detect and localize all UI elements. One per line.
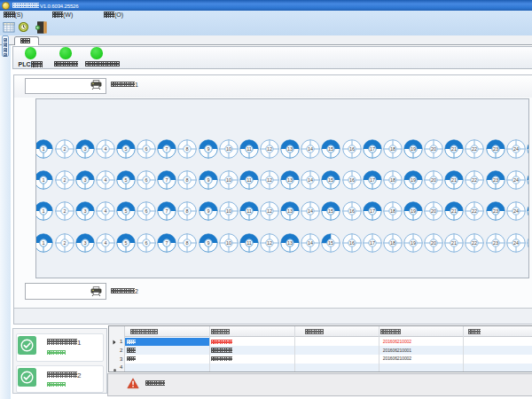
svg-text:12: 12 bbox=[267, 208, 272, 214]
svg-text:5: 5 bbox=[124, 240, 127, 246]
svg-text:7: 7 bbox=[166, 208, 168, 214]
svg-text:15: 15 bbox=[328, 240, 333, 246]
svg-text:18: 18 bbox=[390, 177, 395, 183]
svg-text:11: 11 bbox=[246, 177, 252, 183]
svg-text:8: 8 bbox=[186, 208, 189, 214]
svg-text:15: 15 bbox=[328, 177, 333, 183]
svg-text:22: 22 bbox=[472, 208, 477, 214]
svg-text:3: 3 bbox=[83, 177, 86, 183]
svg-text:6: 6 bbox=[145, 240, 148, 246]
svg-text:21: 21 bbox=[451, 240, 457, 246]
svg-text:20: 20 bbox=[431, 208, 436, 214]
svg-text:22: 22 bbox=[472, 146, 477, 152]
svg-text:17: 17 bbox=[370, 146, 375, 152]
svg-text:9: 9 bbox=[207, 177, 209, 183]
svg-text:19: 19 bbox=[411, 240, 416, 246]
svg-text:16: 16 bbox=[348, 177, 354, 183]
svg-text:11: 11 bbox=[246, 240, 252, 246]
svg-text:17: 17 bbox=[370, 208, 375, 214]
svg-text:5: 5 bbox=[124, 208, 127, 214]
svg-text:9: 9 bbox=[207, 240, 209, 246]
svg-text:1: 1 bbox=[43, 146, 45, 152]
svg-text:10: 10 bbox=[226, 177, 231, 183]
svg-text:24: 24 bbox=[513, 177, 519, 183]
svg-text:2: 2 bbox=[63, 240, 66, 246]
svg-text:24: 24 bbox=[513, 146, 519, 152]
svg-text:8: 8 bbox=[186, 240, 189, 246]
svg-text:20: 20 bbox=[431, 146, 436, 152]
svg-text:14: 14 bbox=[308, 146, 313, 152]
svg-text:7: 7 bbox=[166, 240, 168, 246]
svg-text:22: 22 bbox=[472, 177, 477, 183]
svg-text:16: 16 bbox=[348, 208, 354, 214]
svg-text:11: 11 bbox=[246, 208, 252, 214]
svg-text:20: 20 bbox=[431, 177, 436, 183]
svg-text:21: 21 bbox=[451, 208, 457, 214]
svg-text:13: 13 bbox=[287, 177, 293, 183]
svg-text:14: 14 bbox=[308, 177, 313, 183]
svg-text:10: 10 bbox=[226, 208, 231, 214]
svg-text:5: 5 bbox=[124, 177, 127, 183]
svg-text:4: 4 bbox=[104, 146, 106, 152]
svg-text:14: 14 bbox=[308, 240, 313, 246]
svg-text:11: 11 bbox=[246, 146, 252, 152]
svg-text:22: 22 bbox=[472, 240, 477, 246]
svg-text:16: 16 bbox=[348, 240, 354, 246]
svg-text:12: 12 bbox=[267, 177, 272, 183]
svg-text:20: 20 bbox=[431, 240, 436, 246]
svg-text:5: 5 bbox=[124, 146, 127, 152]
svg-text:21: 21 bbox=[451, 177, 457, 183]
svg-text:13: 13 bbox=[287, 208, 293, 214]
svg-text:15: 15 bbox=[328, 146, 333, 152]
svg-text:23: 23 bbox=[492, 208, 497, 214]
svg-text:1: 1 bbox=[43, 177, 45, 183]
svg-text:14: 14 bbox=[308, 208, 313, 214]
svg-text:21: 21 bbox=[451, 146, 457, 152]
svg-text:8: 8 bbox=[186, 177, 189, 183]
svg-text:15: 15 bbox=[328, 208, 333, 214]
svg-text:7: 7 bbox=[166, 177, 168, 183]
svg-text:10: 10 bbox=[226, 240, 231, 246]
svg-text:12: 12 bbox=[267, 240, 272, 246]
svg-text:4: 4 bbox=[104, 177, 106, 183]
svg-text:4: 4 bbox=[104, 208, 106, 214]
svg-text:10: 10 bbox=[226, 146, 231, 152]
svg-text:24: 24 bbox=[513, 240, 519, 246]
svg-text:23: 23 bbox=[492, 177, 497, 183]
svg-text:2: 2 bbox=[63, 146, 66, 152]
svg-text:19: 19 bbox=[411, 177, 416, 183]
svg-text:2: 2 bbox=[63, 208, 66, 214]
svg-text:9: 9 bbox=[207, 208, 209, 214]
svg-text:12: 12 bbox=[267, 146, 272, 152]
svg-text:17: 17 bbox=[370, 240, 375, 246]
svg-text:23: 23 bbox=[492, 240, 497, 246]
svg-text:24: 24 bbox=[513, 208, 519, 214]
svg-text:8: 8 bbox=[186, 146, 189, 152]
svg-text:7: 7 bbox=[166, 146, 168, 152]
svg-text:18: 18 bbox=[390, 146, 395, 152]
svg-text:17: 17 bbox=[370, 177, 375, 183]
svg-text:6: 6 bbox=[145, 208, 148, 214]
svg-text:3: 3 bbox=[83, 240, 86, 246]
svg-text:3: 3 bbox=[83, 146, 86, 152]
svg-text:18: 18 bbox=[390, 240, 395, 246]
svg-text:2: 2 bbox=[63, 177, 66, 183]
svg-text:13: 13 bbox=[287, 240, 293, 246]
svg-text:19: 19 bbox=[411, 208, 416, 214]
svg-text:4: 4 bbox=[104, 240, 106, 246]
svg-text:9: 9 bbox=[207, 146, 209, 152]
svg-text:13: 13 bbox=[287, 146, 293, 152]
svg-text:3: 3 bbox=[83, 208, 86, 214]
svg-text:19: 19 bbox=[411, 146, 416, 152]
svg-text:1: 1 bbox=[43, 240, 45, 246]
svg-text:16: 16 bbox=[348, 146, 354, 152]
svg-text:1: 1 bbox=[43, 208, 45, 214]
svg-text:6: 6 bbox=[145, 146, 148, 152]
svg-text:23: 23 bbox=[492, 146, 497, 152]
svg-text:6: 6 bbox=[145, 177, 148, 183]
svg-text:18: 18 bbox=[390, 208, 395, 214]
